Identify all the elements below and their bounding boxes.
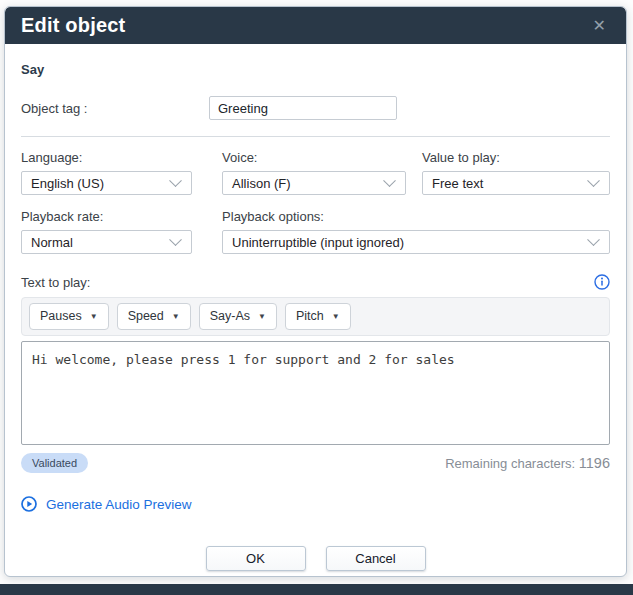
playback-rate-value: Normal (31, 235, 73, 250)
pauses-menu-label: Pauses (40, 309, 82, 324)
cancel-button[interactable]: Cancel (326, 546, 426, 571)
voice-value: Allison (F) (232, 176, 291, 191)
say-as-menu-label: Say-As (210, 309, 250, 324)
chevron-down-icon (587, 233, 600, 246)
validation-status-row: Validated Remaining characters: 1196 (21, 453, 610, 473)
language-select[interactable]: English (US) (21, 171, 192, 195)
say-as-menu-button[interactable]: Say-As (199, 303, 277, 330)
close-icon[interactable]: ✕ (589, 16, 610, 36)
pitch-menu-label: Pitch (296, 309, 324, 324)
voice-label: Voice: (222, 150, 406, 165)
remaining-characters-count: 1196 (579, 455, 610, 471)
dialog-footer: OK Cancel (5, 546, 626, 571)
voice-settings-row: Language: English (US) Voice: Allison (F… (21, 150, 610, 195)
playback-rate-label: Playback rate: (21, 209, 192, 224)
object-tag-row: Object tag : (21, 96, 610, 120)
value-to-play-value: Free text (432, 176, 483, 191)
language-field: Language: English (US) (21, 150, 192, 195)
chevron-down-icon (587, 174, 600, 187)
generate-audio-preview-link[interactable]: Generate Audio Preview (21, 496, 610, 512)
caret-down-icon (332, 309, 340, 324)
text-to-play-header: Text to play: (21, 274, 610, 290)
info-icon[interactable] (594, 274, 610, 290)
ssml-toolbar: Pauses Speed Say-As Pitch (21, 297, 610, 336)
playback-rate-field: Playback rate: Normal (21, 209, 192, 254)
chevron-down-icon (383, 174, 396, 187)
remaining-characters: Remaining characters: 1196 (445, 455, 610, 471)
speed-menu-label: Speed (128, 309, 164, 324)
validated-badge: Validated (21, 453, 88, 473)
dialog-header: Edit object ✕ (5, 7, 626, 44)
object-tag-label: Object tag : (21, 101, 209, 116)
playback-settings-row: Playback rate: Normal Playback options: … (21, 209, 610, 254)
caret-down-icon (90, 309, 98, 324)
pauses-menu-button[interactable]: Pauses (29, 303, 109, 330)
speed-menu-button[interactable]: Speed (117, 303, 191, 330)
voice-field: Voice: Allison (F) (222, 150, 406, 195)
playback-options-value: Uninterruptible (input ignored) (232, 235, 404, 250)
play-icon (21, 496, 37, 512)
object-tag-input[interactable] (209, 96, 397, 120)
edit-object-dialog: Edit object ✕ Say Object tag : Language:… (4, 6, 627, 577)
generate-audio-preview-label: Generate Audio Preview (46, 497, 192, 512)
playback-rate-select[interactable]: Normal (21, 230, 192, 254)
playback-options-select[interactable]: Uninterruptible (input ignored) (222, 230, 610, 254)
value-to-play-select[interactable]: Free text (422, 171, 610, 195)
dialog-title: Edit object (21, 14, 589, 37)
pitch-menu-button[interactable]: Pitch (285, 303, 351, 330)
ok-button[interactable]: OK (206, 546, 306, 571)
caret-down-icon (258, 309, 266, 324)
playback-options-field: Playback options: Uninterruptible (input… (222, 209, 610, 254)
text-to-play-label: Text to play: (21, 275, 90, 290)
remaining-characters-label: Remaining characters: (445, 456, 579, 471)
object-type-label: Say (21, 62, 610, 77)
dialog-body: Say Object tag : Language: English (US) … (5, 44, 626, 512)
value-to-play-label: Value to play: (422, 150, 610, 165)
voice-select[interactable]: Allison (F) (222, 171, 406, 195)
language-value: English (US) (31, 176, 104, 191)
caret-down-icon (172, 309, 180, 324)
background-strip (0, 584, 633, 595)
chevron-down-icon (169, 174, 182, 187)
language-label: Language: (21, 150, 192, 165)
playback-options-label: Playback options: (222, 209, 610, 224)
divider (21, 136, 610, 137)
text-to-play-textarea[interactable]: Hi welcome, please press 1 for support a… (21, 341, 610, 445)
chevron-down-icon (169, 233, 182, 246)
value-to-play-field: Value to play: Free text (422, 150, 610, 195)
